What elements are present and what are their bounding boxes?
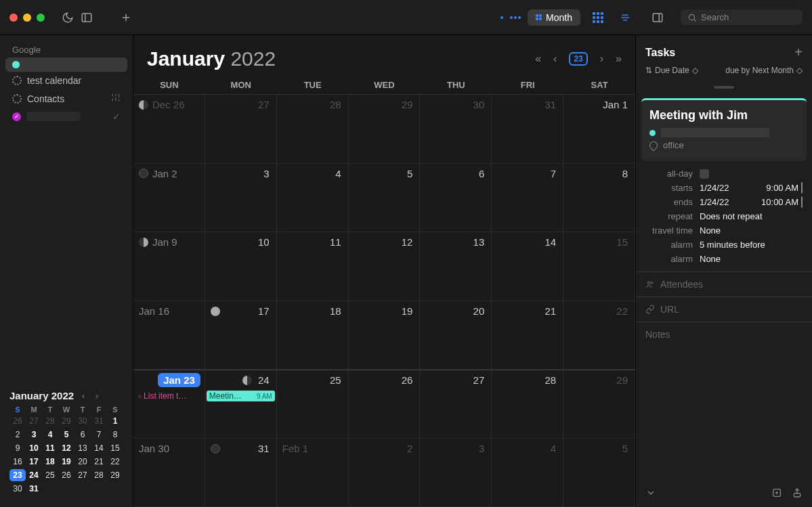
- calendar-picker-icon[interactable]: [801, 182, 803, 194]
- day-cell[interactable]: 3: [420, 439, 492, 508]
- view-dots[interactable]: [500, 16, 521, 19]
- day-cell[interactable]: 30: [420, 95, 492, 164]
- day-cell[interactable]: 4: [492, 439, 563, 508]
- day-cell[interactable]: 14: [492, 232, 563, 301]
- drag-handle[interactable]: [714, 86, 734, 89]
- mini-day[interactable]: 25: [42, 469, 58, 481]
- mini-day[interactable]: 19: [58, 456, 74, 468]
- mini-day[interactable]: 27: [74, 469, 91, 481]
- mini-day[interactable]: 4: [42, 428, 58, 441]
- nav-first-button[interactable]: «: [535, 53, 541, 65]
- mini-day[interactable]: 9: [9, 442, 26, 454]
- mini-day[interactable]: 28: [42, 415, 58, 427]
- calendar-picker-icon[interactable]: [801, 196, 803, 208]
- view-month-button[interactable]: Month: [528, 9, 580, 26]
- mini-day[interactable]: 10: [26, 442, 42, 454]
- day-cell[interactable]: 3: [205, 164, 277, 233]
- attendees-section[interactable]: Attendees: [636, 271, 812, 296]
- day-cell[interactable]: 7: [492, 164, 563, 233]
- collapse-button[interactable]: [645, 487, 656, 500]
- day-cell[interactable]: 31: [492, 95, 563, 164]
- day-cell[interactable]: 24Meetin…9 AM: [205, 370, 277, 439]
- mini-day[interactable]: 24: [26, 469, 42, 481]
- mini-day[interactable]: 14: [91, 442, 107, 454]
- list-icon[interactable]: [616, 8, 635, 27]
- day-cell[interactable]: 21: [492, 301, 563, 370]
- mini-day[interactable]: 16: [9, 456, 26, 468]
- day-cell[interactable]: 22: [563, 301, 635, 370]
- day-cell[interactable]: 18: [277, 301, 349, 370]
- mini-day[interactable]: 31: [26, 483, 42, 495]
- mini-day[interactable]: 22: [107, 456, 123, 468]
- mini-day[interactable]: 28: [91, 469, 107, 481]
- event-card[interactable]: Meeting with Jim office: [641, 98, 807, 161]
- day-cell[interactable]: Jan 23List item t…: [133, 370, 205, 439]
- day-cell[interactable]: 27: [420, 370, 492, 439]
- sidebar-calendar-tasks[interactable]: ✓ ✓: [5, 108, 127, 125]
- notes-section[interactable]: Notes: [636, 322, 812, 347]
- day-cell[interactable]: Jan 1: [563, 95, 635, 164]
- mini-day[interactable]: 18: [42, 456, 58, 468]
- sidebar-calendar-test[interactable]: test calendar: [5, 72, 127, 89]
- nav-last-button[interactable]: »: [616, 53, 622, 65]
- sidebar-calendar-primary[interactable]: [5, 58, 127, 72]
- ends-time[interactable]: 10:00 AM: [761, 197, 798, 207]
- share-button[interactable]: [792, 487, 803, 500]
- day-cell[interactable]: 12: [349, 232, 421, 301]
- sidebar-toggle-icon[interactable]: [77, 8, 96, 27]
- travel-value[interactable]: None: [700, 225, 803, 236]
- day-cell[interactable]: 19: [349, 301, 421, 370]
- day-cell[interactable]: 13: [420, 232, 492, 301]
- mini-day[interactable]: 11: [42, 442, 58, 454]
- year-grid-icon[interactable]: [593, 12, 603, 23]
- day-cell[interactable]: 28: [277, 95, 349, 164]
- mini-day[interactable]: 1: [107, 415, 123, 427]
- mini-day[interactable]: 21: [91, 456, 107, 468]
- day-cell[interactable]: Jan 9: [133, 232, 205, 301]
- mini-day[interactable]: 27: [26, 415, 42, 427]
- day-cell[interactable]: 27: [205, 95, 277, 164]
- today-button[interactable]: 23: [569, 52, 587, 66]
- add-button[interactable]: [116, 8, 135, 27]
- day-cell[interactable]: 8: [563, 164, 635, 233]
- mini-day[interactable]: 29: [58, 415, 74, 427]
- mini-day[interactable]: 15: [107, 442, 123, 454]
- day-cell[interactable]: 29: [563, 370, 635, 439]
- day-cell[interactable]: 31: [205, 439, 277, 508]
- mini-day[interactable]: 20: [74, 456, 91, 468]
- mini-day[interactable]: 3: [26, 428, 42, 441]
- day-cell[interactable]: Jan 16: [133, 301, 205, 370]
- minimize-window-button[interactable]: [23, 14, 31, 22]
- mini-day[interactable]: 7: [91, 428, 107, 441]
- mini-prev-button[interactable]: ‹: [79, 391, 87, 401]
- day-cell[interactable]: 28: [492, 370, 563, 439]
- settings-icon[interactable]: [111, 93, 121, 104]
- day-cell[interactable]: Feb 1: [277, 439, 349, 508]
- appearance-icon[interactable]: [58, 8, 77, 27]
- day-cell[interactable]: Jan 2: [133, 164, 205, 233]
- day-cell[interactable]: 5: [349, 164, 421, 233]
- mini-day[interactable]: 26: [9, 415, 26, 427]
- ends-date[interactable]: 1/24/22: [700, 197, 754, 207]
- event-chip[interactable]: List item t…: [135, 391, 203, 401]
- sidebar-calendar-contacts[interactable]: Contacts: [5, 89, 127, 108]
- add-task-button[interactable]: +: [794, 45, 803, 60]
- allday-checkbox[interactable]: [700, 169, 709, 179]
- zoom-window-button[interactable]: [37, 14, 45, 22]
- day-cell[interactable]: Jan 30: [133, 439, 205, 508]
- mini-day[interactable]: 17: [26, 456, 42, 468]
- filter-due-by[interactable]: due by Next Month◇: [725, 66, 803, 75]
- mini-day[interactable]: 30: [74, 415, 91, 427]
- day-cell[interactable]: 29: [349, 95, 421, 164]
- alarm1-value[interactable]: 5 minutes before: [700, 240, 803, 250]
- day-cell[interactable]: 15: [563, 232, 635, 301]
- mini-day[interactable]: 6: [74, 428, 91, 441]
- alarm2-value[interactable]: None: [700, 254, 803, 264]
- mini-next-button[interactable]: ›: [93, 391, 101, 401]
- nav-next-button[interactable]: ›: [600, 53, 603, 65]
- day-cell[interactable]: 20: [420, 301, 492, 370]
- starts-time[interactable]: 9:00 AM: [766, 183, 798, 193]
- day-cell[interactable]: Dec 26: [133, 95, 205, 164]
- day-cell[interactable]: 10: [205, 232, 277, 301]
- mini-day[interactable]: 5: [58, 428, 74, 441]
